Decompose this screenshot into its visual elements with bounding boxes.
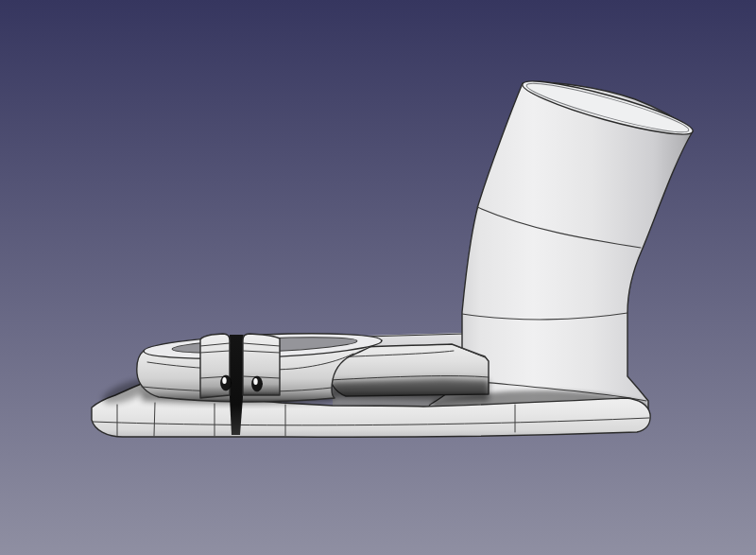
bolt-hole-left-highlight [222,377,226,384]
3d-viewport[interactable] [0,0,756,555]
clamp-slot-gap[interactable] [230,335,243,435]
viewport-background[interactable] [0,0,756,555]
pad-contact-shadow [331,378,489,401]
bolt-hole-right-highlight [253,378,257,385]
